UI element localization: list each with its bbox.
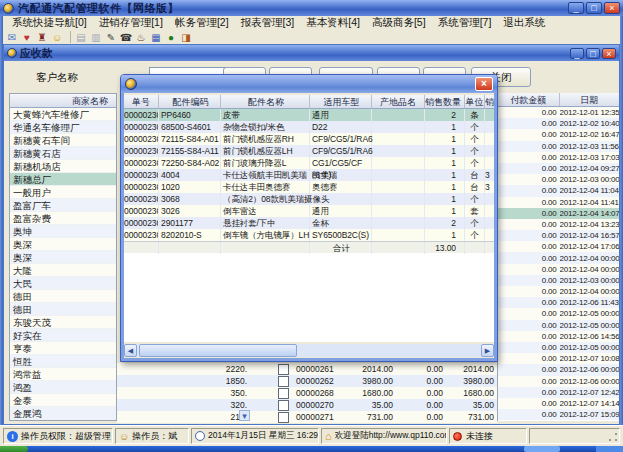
dialog-close-icon[interactable]: ×: [475, 77, 493, 91]
building-icon[interactable]: ▦: [149, 31, 163, 44]
col-part-code[interactable]: 配件编码: [159, 95, 221, 108]
table-row[interactable]: 0.00 2012-12-06 00:00:0: [498, 376, 619, 387]
table-row[interactable]: 0.00 2012-12-04 13:23:0: [498, 219, 619, 230]
edit-icon[interactable]: ✎: [104, 31, 118, 44]
table-row[interactable]: 0.00 2012-12-04 09:27:0: [498, 163, 619, 174]
merchant-list-item[interactable]: 盈富厂车: [10, 199, 116, 212]
table-row[interactable]: 0.00 2012-12-02 10:40:3: [498, 118, 619, 129]
table-row[interactable]: 0.00 2012-12-06 11:43:3: [498, 297, 619, 308]
table-row[interactable]: 合计 13.00: [124, 241, 494, 253]
table-row[interactable]: 0.00 2012-12-04 14:07:3: [498, 208, 619, 219]
table-row[interactable]: 0.00 2012-12-04 17:06:0: [498, 241, 619, 252]
scroll-right-icon[interactable]: ▶: [481, 344, 494, 357]
scroll-left-icon[interactable]: ◀: [124, 344, 137, 357]
col-car-model[interactable]: 适用车型: [310, 95, 372, 108]
table-row[interactable]: 2220. 00000261 2014.00 0.00 2014.00: [117, 363, 497, 375]
table-row[interactable]: 0.00 2012-12-01 12:35:1: [498, 107, 619, 118]
table-row[interactable]: 0.00 2012-12-07 10:08:0: [498, 353, 619, 364]
merchant-list-item[interactable]: 鸿常益: [10, 368, 116, 381]
merchant-list-item[interactable]: 新穗总厂: [10, 173, 116, 186]
倒车雷达[interactable]: 00000230 3026 倒车雷达 通用 1 套: [124, 205, 494, 217]
smiley-icon[interactable]: ☺: [50, 31, 64, 44]
menu-item[interactable]: 高级商务[5]: [366, 16, 432, 30]
col-sale-price[interactable]: 销售: [485, 95, 494, 108]
date-header[interactable]: 日期: [560, 93, 620, 106]
menu-item[interactable]: 进销存管理[1]: [93, 16, 169, 30]
menu-item[interactable]: 报表管理[3]: [235, 16, 301, 30]
table-row[interactable]: 0.00 2012-12-03 11:56:5: [498, 141, 619, 152]
child-minimize-icon[interactable]: _: [570, 48, 584, 59]
悬挂衬套/下中[interactable]: 00000230 2901177 悬挂衬套/下中 金杯 2 个: [124, 217, 494, 229]
maximize-icon[interactable]: □: [586, 2, 602, 14]
payment-amount-header[interactable]: 付款金额: [498, 93, 560, 106]
separator[interactable]: [66, 31, 71, 43]
row-checkbox[interactable]: [278, 400, 289, 411]
merchant-list-item[interactable]: 好实在: [10, 329, 116, 342]
merchant-list-item[interactable]: 金展鸿: [10, 407, 116, 420]
merchant-list-item[interactable]: 盈富杂费: [10, 212, 116, 225]
merchant-list-item[interactable]: 金泰: [10, 394, 116, 407]
table-row[interactable]: 1850. 00000262 3980.00 0.00 3980.00: [117, 375, 497, 387]
row-checkbox[interactable]: [278, 376, 289, 387]
col-part-name[interactable]: 配件名称: [221, 95, 310, 108]
menu-item[interactable]: 帐务管理[2]: [169, 16, 235, 30]
money-icon[interactable]: ●: [164, 31, 178, 44]
merchant-list-item[interactable]: 新穗黄石车间: [10, 134, 116, 147]
merchant-list-item[interactable]: 德田: [10, 303, 116, 316]
menu-item[interactable]: 退出系统: [497, 16, 551, 30]
child-close-icon[interactable]: ×: [602, 48, 616, 59]
fax-icon[interactable]: ♨: [134, 31, 148, 44]
table-row[interactable]: 0.00 2012-12-04 16:57:5: [498, 230, 619, 241]
table-row[interactable]: 320. 00000270 35.00 0.00 35.00: [117, 399, 497, 411]
menu-item[interactable]: 系统快捷导航[0]: [6, 16, 93, 30]
table-row[interactable]: 0.00 2012-12-05 00:00:0: [498, 308, 619, 319]
table-row[interactable]: 0.00 2012-12-04 00:00:0: [498, 252, 619, 263]
col-unit[interactable]: 单位: [465, 95, 485, 108]
table-row[interactable]: 0.00 2012-12-03 17:03:4: [498, 152, 619, 163]
merchant-list-item[interactable]: 奥深: [10, 251, 116, 264]
merchant-list-item[interactable]: 奥深: [10, 238, 116, 251]
child-maximize-icon[interactable]: □: [586, 48, 600, 59]
table-row[interactable]: 0.00 2012-12-07 14:14:2: [498, 398, 619, 409]
倒车镜（方电镜厚）LH[interactable]: 00000230 8202010-S 倒车镜（方电镜厚）LH SY6500B2C…: [124, 229, 494, 241]
document-icon[interactable]: ▤: [74, 31, 88, 44]
col-order-no[interactable]: 单号: [124, 95, 159, 108]
merchant-list-item[interactable]: 一般用户: [10, 186, 116, 199]
table-row[interactable]: 0.00 2012-12-06 14:56:5: [498, 331, 619, 342]
卡仕达领航丰田凯美瑞（8寸)[interactable]: 00000230 4004 卡仕达领航丰田凯美瑞（8寸) 凯美瑞 1 台 3: [124, 169, 494, 181]
mail-icon[interactable]: ✉: [5, 31, 19, 44]
merchant-list-item[interactable]: 大隆: [10, 264, 116, 277]
print-icon[interactable]: ♥: [20, 31, 34, 44]
taskbar-item[interactable]: [524, 446, 560, 452]
col-origin-brand[interactable]: 产地品名: [372, 95, 425, 108]
merchant-column-header[interactable]: 商家名称: [10, 94, 116, 108]
merchant-list-item[interactable]: 亨泰: [10, 342, 116, 355]
merchant-list-item[interactable]: 恒胜: [10, 355, 116, 368]
report-icon[interactable]: ▥: [89, 31, 103, 44]
col-sale-qty[interactable]: 销售数量: [425, 95, 465, 108]
merchant-list-item[interactable]: 新穗黄石店: [10, 147, 116, 160]
minimize-icon[interactable]: _: [568, 2, 584, 14]
merchant-list-item[interactable]: 东骏天茂: [10, 316, 116, 329]
table-row[interactable]: 0.00 2012-12-05 00:00:0: [498, 342, 619, 353]
（高清2）08款凯美瑞摄像头[interactable]: 00000230 3068 （高清2）08款凯美瑞摄像头 1 个: [124, 193, 494, 205]
merchant-list-item[interactable]: 奥坤: [10, 225, 116, 238]
table-row[interactable]: 0.00 2012-12-04 00:00:0: [498, 286, 619, 297]
merchant-list-item[interactable]: 大黄蜂汽车维修厂: [10, 108, 116, 121]
scroll-down-icon[interactable]: ▾: [239, 410, 250, 421]
前门玻璃升降器L[interactable]: 00000230 72250-S84-A02 前门玻璃升降器L CG1/CG5/…: [124, 157, 494, 169]
table-row[interactable]: 350. 00000268 1680.00 0.00 1680.00: [117, 387, 497, 399]
row-checkbox[interactable]: [278, 412, 289, 423]
table-row[interactable]: 0.00 2012-12-04 00:00:0: [498, 264, 619, 275]
卡仕达丰田奥德赛[interactable]: 00000230 1020 卡仕达丰田奥德赛 奥德赛 1 台 3: [124, 181, 494, 193]
horizontal-scrollbar[interactable]: ◀ ▶: [124, 344, 494, 357]
exit-icon[interactable]: ◨: [179, 31, 193, 44]
phone-icon[interactable]: ☎: [119, 31, 133, 44]
皮带[interactable]: 00000230 PP6460 皮带 通用 2 条: [124, 109, 494, 121]
row-checkbox[interactable]: [278, 364, 289, 375]
前门锁机感应器RH[interactable]: 00000230 72115-S84-A01 前门锁机感应器RH CF9/CG5…: [124, 133, 494, 145]
resize-grip[interactable]: [608, 432, 618, 442]
table-row[interactable]: 210. 00000271 731.00 0.00 731.00: [117, 411, 497, 423]
table-row[interactable]: 0.00 2012-12-07 12:42:0: [498, 387, 619, 398]
merchant-list-item[interactable]: 新穗机场店: [10, 160, 116, 173]
